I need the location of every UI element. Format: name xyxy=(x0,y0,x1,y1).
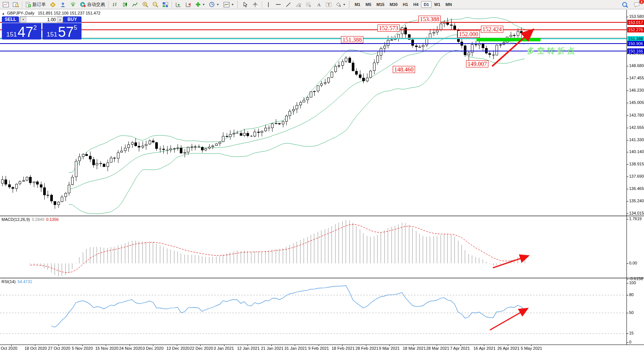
volume-increase-button[interactable]: ▲ xyxy=(57,17,63,22)
timeframe-button-h1[interactable]: H1 xyxy=(400,1,411,8)
price-axis-tick: 147.455 xyxy=(629,76,644,80)
timeframe-button-m30[interactable]: M30 xyxy=(387,1,400,8)
chevron-down-icon: ▼ xyxy=(216,3,219,6)
notifications-button[interactable]: 1 xyxy=(632,0,642,9)
annotation-text[interactable]: 多空转折点 xyxy=(527,46,577,56)
text-tool-button[interactable]: A xyxy=(314,0,323,9)
buy-price-point: 5 xyxy=(74,25,77,31)
level-line-152.276[interactable] xyxy=(0,29,627,30)
toolbar-grip xyxy=(349,1,351,8)
date-axis-label: 22 Dec 2020 xyxy=(190,346,213,351)
profiles-button[interactable] xyxy=(11,0,20,9)
timeframe-button-w1[interactable]: W1 xyxy=(431,1,443,8)
horizontal-line-tool-button[interactable] xyxy=(274,0,283,9)
price-axis-tick: 153.580 xyxy=(629,14,644,19)
mt4-window: 新订单 自动交易 ▼ ▼ ▼ E F A T ▼ M1M5M15M30H1H4D… xyxy=(0,0,644,352)
tile-windows-button[interactable] xyxy=(160,0,170,9)
signal-button[interactable] xyxy=(68,0,78,9)
channel-tool-button[interactable]: E xyxy=(294,0,303,9)
toolbar-separator xyxy=(22,1,22,8)
date-axis-label: 18 Feb 2021 xyxy=(332,346,355,351)
chevron-down-icon: ▼ xyxy=(343,3,346,6)
buy-price-pips: 57 xyxy=(58,26,74,38)
auto-scroll-button[interactable] xyxy=(173,0,183,9)
trendline-tool-button[interactable] xyxy=(284,0,293,9)
buy-button[interactable]: BUY xyxy=(63,16,82,23)
price-chart-canvas[interactable] xyxy=(0,10,644,352)
price-label-box[interactable]: 151.388 xyxy=(341,36,363,43)
shapes-tool-button[interactable]: ▼ xyxy=(334,0,348,9)
level-line-150.906[interactable] xyxy=(0,43,627,44)
bar-chart-mode-button[interactable] xyxy=(110,0,120,9)
sell-price-display[interactable]: 151472 xyxy=(2,23,41,39)
price-axis-tick: 146.230 xyxy=(629,88,644,92)
buy-price-display[interactable]: 151575 xyxy=(42,23,82,39)
community-button[interactable] xyxy=(58,0,68,9)
price-axis-tick: 140.140 xyxy=(629,149,644,154)
auto-trading-label: 自动交易 xyxy=(87,1,105,8)
price-label-box[interactable]: 149.007 xyxy=(466,60,488,67)
svg-text:F: F xyxy=(309,5,311,7)
timeframe-button-m15[interactable]: M15 xyxy=(374,1,387,8)
new-order-button[interactable]: 新订单 xyxy=(24,0,48,9)
crosshair-tool-button[interactable] xyxy=(251,0,260,9)
volume-decrease-button[interactable]: ▼ xyxy=(20,17,26,22)
sell-price-point: 2 xyxy=(34,25,37,31)
date-axis-label: 5 May 2021 xyxy=(521,346,542,351)
search-icon[interactable] xyxy=(620,0,630,9)
chevron-down-icon: ▼ xyxy=(231,3,234,6)
timeframe-button-d1[interactable]: D1 xyxy=(421,1,431,8)
date-axis-label: 5 Nov 2020 xyxy=(72,346,93,351)
price-axis-badge: 150.906 xyxy=(627,41,644,46)
price-axis-tick: 138.915 xyxy=(629,162,644,166)
toolbar-grip xyxy=(237,1,239,8)
level-line-153.017[interactable] xyxy=(0,22,627,23)
templates-button[interactable]: ▼ xyxy=(221,0,236,9)
rsi-axis-tick: 15 xyxy=(629,331,634,335)
date-axis-label: 7 Apr 2021 xyxy=(450,346,470,351)
timeframe-button-mn[interactable]: MN xyxy=(443,1,455,8)
price-label-box[interactable]: 152.000 xyxy=(458,31,480,38)
notification-badge: 1 xyxy=(639,0,644,4)
text-label-tool-button[interactable]: T xyxy=(324,0,334,9)
timeframe-button-h4[interactable]: H4 xyxy=(411,1,421,8)
symbol-collapse-icon[interactable]: ▲ xyxy=(2,12,5,15)
sell-button[interactable]: SELL xyxy=(2,16,19,23)
support-highlight-bar[interactable] xyxy=(476,38,541,41)
date-axis-label: 18 Mar 2021 xyxy=(403,346,426,351)
svg-text:A: A xyxy=(317,2,321,7)
fibonacci-tool-button[interactable]: F xyxy=(304,0,313,9)
cursor-tool-button[interactable] xyxy=(240,0,250,9)
vertical-line-tool-button[interactable] xyxy=(264,0,273,9)
toolbar-separator xyxy=(262,1,262,8)
chart-window: ▲ GBPJPY-,Daily 151.891 152.106 151.237 … xyxy=(0,10,644,352)
date-axis-label: Oct 2020 xyxy=(1,346,17,351)
symbol-name: GBPJPY-,Daily xyxy=(7,11,35,15)
toolbar-separator xyxy=(172,1,172,8)
svg-text:E: E xyxy=(299,5,301,7)
timeframe-button-m5[interactable]: M5 xyxy=(363,1,374,8)
macd-axis-tick: 0.00 xyxy=(629,261,637,265)
price-label-box[interactable]: 152.573 xyxy=(377,25,400,32)
one-click-trade-panel: SELL ▼ ▲ BUY 151472 151575 xyxy=(2,16,82,39)
date-axis-label: 18 Oct 2020 xyxy=(25,346,47,351)
price-axis-tick: 145.005 xyxy=(629,100,644,105)
price-label-box[interactable]: 148.460 xyxy=(393,66,415,73)
zoom-in-button[interactable] xyxy=(140,0,150,9)
rsi-axis-tick: 0 xyxy=(629,340,631,344)
price-label-box[interactable]: 153.388 xyxy=(418,16,441,23)
candlestick-mode-button[interactable] xyxy=(120,0,130,9)
chart-shift-button[interactable] xyxy=(184,0,193,9)
price-label-box[interactable]: 152.424 xyxy=(481,26,503,33)
timeframe-button-m1[interactable]: M1 xyxy=(352,1,363,8)
macd-indicator-label: MACD(12,26,9)0.28490.1356 xyxy=(1,217,59,222)
add-indicator-button[interactable]: ▼ xyxy=(194,0,207,9)
symbol-ohlc-values: 151.891 152.106 151.237 151.472 xyxy=(38,11,101,15)
new-chart-button[interactable] xyxy=(1,0,10,9)
auto-trading-button[interactable]: 自动交易 xyxy=(78,0,107,9)
metaeditor-button[interactable] xyxy=(48,0,58,9)
periods-button[interactable]: ▼ xyxy=(207,0,221,9)
zoom-out-button[interactable] xyxy=(150,0,160,9)
line-chart-mode-button[interactable] xyxy=(130,0,140,9)
volume-input[interactable] xyxy=(26,17,57,22)
